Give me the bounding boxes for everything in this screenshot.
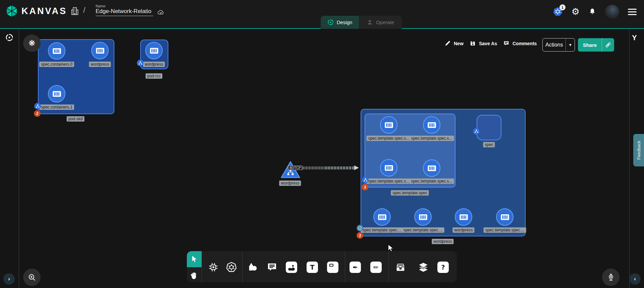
comments-bubble-icon <box>503 40 509 47</box>
note-tool-button[interactable] <box>327 262 338 273</box>
relationship-badge-icon[interactable] <box>34 103 41 110</box>
node-label: wordpress <box>452 227 474 233</box>
container-node[interactable] <box>423 116 440 134</box>
container-node[interactable] <box>496 208 514 226</box>
container-node[interactable] <box>380 116 397 134</box>
issue-count-badge[interactable]: 3 <box>357 232 363 239</box>
issue-count-badge[interactable]: 2 <box>34 110 41 117</box>
cloud-saved-icon <box>156 9 165 16</box>
settings-gear-icon[interactable]: ⚙ <box>572 7 580 17</box>
tab-operate[interactable]: Operate <box>359 16 402 29</box>
container-node[interactable] <box>48 85 65 102</box>
validation-panel-icon[interactable]: Y <box>632 33 637 42</box>
new-label: New <box>454 41 464 46</box>
layers-button[interactable] <box>417 261 429 273</box>
right-rail-divider <box>629 29 630 288</box>
container-node[interactable] <box>91 42 109 59</box>
node-label: spec.template.spec.... <box>484 227 526 233</box>
new-button[interactable]: New <box>444 40 464 47</box>
pan-hand-tool-button[interactable] <box>189 270 200 281</box>
node-spec[interactable] <box>477 115 501 140</box>
tab-operate-label: Operate <box>376 19 394 25</box>
actions-dropdown-button[interactable]: Actions ▼ <box>542 38 575 52</box>
actions-label: Actions <box>543 39 566 51</box>
meshery-spiral-icon[interactable] <box>5 33 13 42</box>
pen-tool-button[interactable]: ✒ <box>350 262 361 273</box>
comments-button[interactable]: Comments <box>503 40 537 47</box>
relationship-badge-icon[interactable] <box>362 176 369 183</box>
save-floppy-icon <box>470 40 476 47</box>
breadcrumb-slash: / <box>83 5 86 15</box>
node-label: spec.template.spec.s... <box>410 178 454 184</box>
container-node[interactable] <box>414 208 432 226</box>
network-edge[interactable] <box>301 166 355 169</box>
relationship-badge-icon[interactable] <box>137 60 144 66</box>
container-node[interactable] <box>423 159 440 177</box>
group-label: pod-rcc <box>146 73 162 79</box>
node-label: wordpress <box>143 62 165 67</box>
actions-caret-icon[interactable]: ▼ <box>566 43 575 47</box>
node-label: spec.template.spec.s... <box>367 178 411 184</box>
notifications-bell-icon[interactable] <box>588 7 596 16</box>
toolbar-divider <box>388 251 389 282</box>
kanvas-logo[interactable]: KANVAS <box>5 5 67 17</box>
issue-count-badge[interactable]: 3 <box>362 184 368 191</box>
share-button[interactable]: Share <box>578 38 614 52</box>
menu-hamburger-icon[interactable] <box>628 9 637 15</box>
node-label: wordpress <box>89 62 111 67</box>
archive-drawer-button[interactable] <box>394 261 407 273</box>
node-label: spec <box>483 142 495 147</box>
user-avatar[interactable] <box>605 5 619 19</box>
organization-icon[interactable] <box>70 5 80 17</box>
comment-tool-button[interactable] <box>266 261 278 273</box>
container-node[interactable] <box>373 208 391 226</box>
new-pencil-icon <box>444 40 451 47</box>
mouse-cursor <box>386 244 395 253</box>
toolbar-divider <box>242 251 243 282</box>
node-label: wordpress <box>279 181 301 186</box>
help-label: ? <box>441 264 445 271</box>
node-label: spec.containers.0 <box>39 62 74 67</box>
comments-label: Comments <box>513 41 537 46</box>
design-name-field[interactable]: Name Edge-Network-Relatio <box>96 4 153 16</box>
select-tool-button[interactable] <box>187 251 202 267</box>
text-tool-button[interactable]: T <box>307 262 318 273</box>
container-node[interactable] <box>455 208 472 226</box>
collapse-right-panel-button[interactable]: ‹ <box>629 273 641 285</box>
service-triangle-node[interactable] <box>280 160 301 180</box>
help-button[interactable]: ? <box>437 262 449 273</box>
zoom-button[interactable] <box>23 269 41 286</box>
node-label: spec.template.spec.... <box>361 227 404 233</box>
group-label: spec.template.spec <box>391 190 429 196</box>
cluster-flower-button[interactable]: ❋ <box>23 34 41 52</box>
node-label: spec.template.spec.s... <box>410 136 454 141</box>
kanvas-hex-icon <box>5 5 18 17</box>
image-tool-button[interactable] <box>286 262 297 273</box>
toolbar-divider <box>345 251 345 282</box>
components-tool-button[interactable] <box>207 261 219 273</box>
expand-left-panel-button[interactable]: › <box>3 273 15 285</box>
group-label: wordpress <box>432 239 453 244</box>
design-name-value[interactable]: Edge-Network-Relatio <box>96 8 153 16</box>
node-label: spec.template.spec.s... <box>367 136 411 141</box>
feedback-label: Feedback <box>636 141 641 160</box>
logo-text: KANVAS <box>21 6 67 16</box>
container-node[interactable] <box>145 42 163 59</box>
save-as-label: Save As <box>479 41 497 46</box>
copy-link-icon[interactable] <box>602 42 614 48</box>
save-as-button[interactable]: Save As <box>470 40 497 47</box>
meshsync-badge-icon[interactable] <box>357 225 363 231</box>
feedback-tab[interactable]: Feedback <box>633 134 644 166</box>
context-count-badge: 1 <box>559 4 566 10</box>
relationship-badge-icon[interactable] <box>473 128 480 135</box>
container-node[interactable] <box>48 42 65 60</box>
container-node[interactable] <box>380 159 397 176</box>
shapes-tool-button[interactable] <box>247 261 259 273</box>
pen-mode-button[interactable] <box>602 269 620 286</box>
pencil-tool-button[interactable]: ✏ <box>370 262 382 273</box>
tab-design[interactable]: Design <box>321 16 359 29</box>
name-field-label: Name <box>96 4 153 8</box>
group-spec-template-spec[interactable] <box>365 114 455 188</box>
kubernetes-context-button[interactable]: 1 <box>553 7 563 17</box>
kubernetes-tool-button[interactable] <box>225 261 237 273</box>
